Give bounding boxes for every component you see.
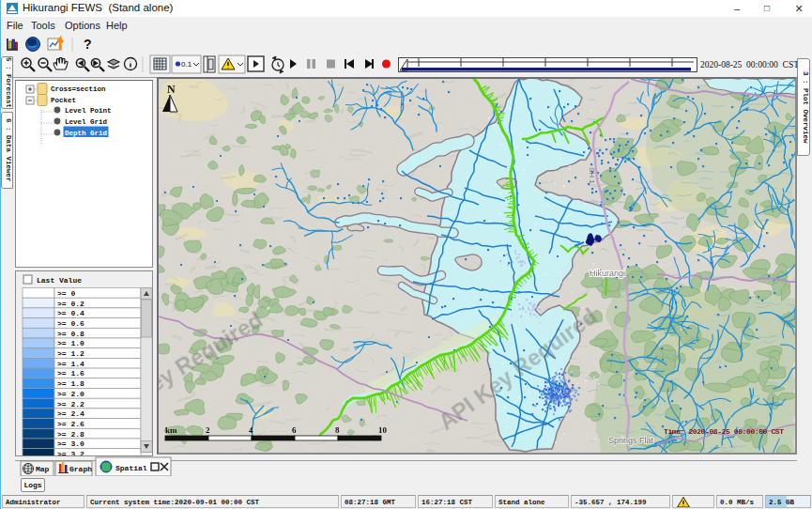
svg-text:?: ?: [84, 37, 92, 52]
svg-text:km: km: [165, 425, 177, 435]
svg-text:0.1: 0.1: [181, 60, 192, 69]
svg-text:6: 6: [292, 425, 297, 435]
svg-text:Last Value: Last Value: [37, 276, 82, 285]
svg-text:>= 1.0: >= 1.0: [57, 339, 84, 347]
svg-text:>= 2.8: >= 2.8: [57, 430, 84, 439]
svg-text:8: 8: [335, 425, 340, 435]
svg-text:10: 10: [378, 425, 388, 435]
svg-text:2: 2: [206, 425, 210, 435]
svg-text:SH 1: SH 1: [588, 167, 596, 184]
svg-text:>= 2.2: >= 2.2: [57, 400, 84, 409]
svg-text:>= 2.6: >= 2.6: [57, 420, 84, 428]
svg-text:Spatial: Spatial: [115, 464, 147, 472]
svg-text:>= 0.2: >= 0.2: [57, 300, 84, 308]
svg-text:>= 1.8: >= 1.8: [57, 379, 84, 388]
svg-text:2020-08-25 00:00:00 CST: 2020-08-25 00:00:00 CST: [700, 60, 799, 69]
svg-text:Pocket: Pocket: [51, 97, 76, 104]
svg-text:>= 2.0: >= 2.0: [57, 390, 84, 398]
svg-text:Time: 2020-08-25 00:00:00 CST: Time: 2020-08-25 00:00:00 CST: [664, 427, 784, 436]
svg-text:>= 3.0: >= 3.0: [57, 440, 84, 448]
svg-text:>= 0.8: >= 0.8: [57, 330, 84, 338]
svg-text:Map: Map: [36, 465, 50, 473]
svg-text:>= 1.6: >= 1.6: [57, 369, 84, 378]
svg-text:>= 0: >= 0: [57, 289, 75, 298]
svg-text:N: N: [167, 83, 176, 96]
svg-text:Level Grid: Level Grid: [65, 118, 107, 126]
svg-text:>= 1.4: >= 1.4: [57, 360, 84, 368]
svg-text:Depth Grid: Depth Grid: [65, 130, 107, 137]
svg-text:Graph: Graph: [69, 465, 92, 473]
svg-text:Level Point: Level Point: [65, 107, 112, 115]
svg-text:Cross=section: Cross=section: [51, 85, 106, 93]
svg-text:4: 4: [249, 425, 253, 435]
svg-text:Hikurangi: Hikurangi: [590, 269, 625, 278]
svg-text:>= 0.6: >= 0.6: [57, 319, 84, 328]
svg-text:Springs Flat: Springs Flat: [608, 436, 654, 445]
svg-text:>= 1.2: >= 1.2: [57, 349, 84, 358]
svg-text:>= 0.4: >= 0.4: [57, 309, 84, 317]
svg-text:>= 2.4: >= 2.4: [57, 409, 84, 418]
svg-text:>= 3.2: >= 3.2: [57, 450, 84, 455]
